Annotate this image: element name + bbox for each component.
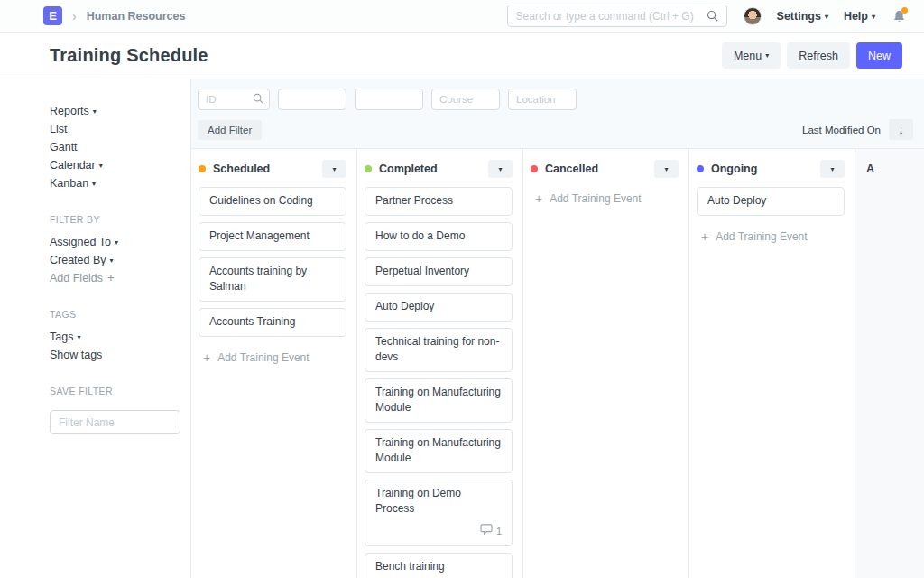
sidebar-view-list: Reports▾ListGanttCalendar▾Kanban▾ (50, 102, 181, 192)
kanban-card[interactable]: Training on Demo Process1 (365, 480, 513, 546)
sort-down-icon: ↓ (898, 123, 904, 136)
kanban-column-header: A (866, 160, 914, 178)
sidebar-item-list[interactable]: List (50, 120, 181, 138)
chevron-down-icon: ▾ (664, 165, 668, 173)
sidebar-item-tags[interactable]: Tags▾ (50, 328, 181, 346)
breadcrumb-chevron-icon: › (72, 9, 77, 23)
kanban-column-completed: Completed▾Partner ProcessHow to do a Dem… (357, 149, 523, 578)
app-logo[interactable]: E (43, 6, 62, 25)
column-menu-button[interactable]: ▾ (654, 160, 679, 178)
add-fields-link[interactable]: Add Fields+ (50, 269, 181, 287)
column-menu-button[interactable]: ▾ (820, 160, 845, 178)
sidebar-item-assigned-to[interactable]: Assigned To▾ (50, 233, 181, 251)
column-indicator-dot (531, 165, 538, 172)
notifications-bell-icon[interactable] (892, 9, 906, 23)
tags-label: Tags (50, 331, 73, 343)
notification-dot (901, 7, 908, 14)
kanban-card[interactable]: Auto Deploy (697, 187, 845, 216)
column-menu-button[interactable]: ▾ (488, 160, 513, 178)
chevron-down-icon: ▾ (92, 180, 96, 188)
filter-input-blank-1[interactable] (278, 89, 346, 110)
chevron-down-icon: ▾ (830, 165, 834, 173)
kanban-card[interactable]: Accounts Training (199, 308, 346, 337)
filter-input-id[interactable] (198, 89, 270, 110)
help-label: Help (844, 10, 868, 23)
add-training-event-link[interactable]: +Add Training Event (697, 229, 845, 244)
card-title: Training on Manufacturing Module (375, 435, 502, 466)
kanban-card[interactable]: Auto Deploy (365, 293, 513, 322)
filter-input-location[interactable] (508, 89, 577, 110)
kanban-card[interactable]: Perpetual Inventory (365, 257, 513, 286)
refresh-button[interactable]: Refresh (787, 42, 850, 69)
main-area: Add Filter Last Modified On ↓ Scheduled▾… (190, 79, 924, 578)
show-tags-link[interactable]: Show tags (50, 346, 181, 364)
sidebar-item-gantt[interactable]: Gantt (50, 138, 181, 156)
filter-by-section-label: FILTER BY (50, 214, 181, 225)
card-comment-count: 1 (375, 524, 502, 539)
global-search-input[interactable]: Search or type a command (Ctrl + G) (507, 5, 727, 27)
new-button[interactable]: New (856, 42, 902, 69)
help-menu[interactable]: Help▾ (844, 10, 875, 23)
add-training-event-label: Add Training Event (716, 230, 807, 243)
chevron-down-icon: ▾ (93, 107, 97, 116)
chevron-down-icon: ▾ (332, 165, 336, 173)
plus-icon: + (701, 229, 708, 244)
add-training-event-link[interactable]: +Add Training Event (531, 191, 679, 206)
filter-input-course[interactable] (431, 89, 500, 110)
column-indicator-dot (199, 165, 206, 172)
card-title: Auto Deploy (707, 193, 834, 209)
filter-input-blank-2[interactable] (355, 89, 423, 110)
filter-area: Add Filter Last Modified On ↓ (191, 79, 924, 149)
chevron-down-icon: ▾ (498, 165, 502, 173)
kanban-card[interactable]: Guidelines on Coding (199, 187, 346, 216)
column-menu-button[interactable]: ▾ (322, 160, 346, 178)
sort-direction-button[interactable]: ↓ (889, 119, 913, 140)
user-avatar[interactable] (744, 7, 762, 25)
kanban-column-a: A (855, 149, 924, 578)
settings-menu[interactable]: Settings▾ (777, 10, 828, 23)
sort-control: Last Modified On ↓ (802, 119, 913, 140)
card-title: Perpetual Inventory (375, 264, 502, 279)
sidebar-item-reports[interactable]: Reports▾ (50, 102, 181, 120)
chevron-down-icon: ▾ (77, 333, 80, 341)
plus-icon: + (107, 271, 115, 284)
new-button-label: New (868, 50, 891, 62)
sort-field-label[interactable]: Last Modified On (802, 125, 881, 135)
filter-name-input[interactable] (50, 410, 180, 434)
add-training-event-link[interactable]: +Add Training Event (199, 350, 346, 365)
filter-input-row (191, 79, 924, 117)
comment-icon (480, 524, 493, 539)
column-title: A (866, 163, 874, 175)
column-title: Completed (379, 163, 438, 175)
kanban-card[interactable]: Technical training for non-devs (365, 328, 513, 372)
search-placeholder: Search or type a command (Ctrl + G) (516, 10, 694, 23)
card-title: Auto Deploy (375, 299, 502, 314)
breadcrumb[interactable]: Human Resources (87, 10, 186, 23)
sidebar-item-kanban[interactable]: Kanban▾ (50, 174, 181, 192)
sidebar-item-created-by[interactable]: Created By▾ (50, 251, 181, 269)
search-icon (707, 10, 718, 22)
menu-button[interactable]: Menu▾ (722, 42, 781, 69)
save-filter-section-label: SAVE FILTER (50, 386, 181, 396)
kanban-card[interactable]: Accounts training by Salman (199, 257, 346, 302)
kanban-card[interactable]: Partner Process (365, 187, 513, 216)
navbar: E › Human Resources Search or type a com… (0, 0, 924, 33)
kanban-card[interactable]: How to do a Demo (365, 222, 513, 251)
kanban-column-header: Ongoing▾ (697, 160, 845, 178)
column-title: Scheduled (213, 163, 270, 175)
chevron-down-icon: ▾ (115, 238, 118, 247)
card-title: Training on Manufacturing Module (375, 385, 502, 415)
kanban-card[interactable]: Training on Manufacturing Module (365, 378, 513, 423)
chevron-down-icon: ▾ (872, 13, 875, 21)
add-training-event-label: Add Training Event (217, 351, 309, 364)
sidebar-item-label: Kanban (50, 177, 88, 190)
comment-count: 1 (496, 524, 502, 539)
kanban-card[interactable]: Project Management (199, 222, 346, 251)
sidebar-item-calendar[interactable]: Calendar▾ (50, 156, 181, 174)
page-header: Training Schedule Menu▾ Refresh New (0, 33, 924, 79)
kanban-card[interactable]: Bench training (365, 553, 513, 578)
kanban-card[interactable]: Training on Manufacturing Module (365, 429, 513, 473)
add-filter-button[interactable]: Add Filter (198, 120, 262, 140)
kanban-column-header: Completed▾ (365, 160, 513, 178)
sidebar-item-label: Calendar (50, 159, 96, 172)
